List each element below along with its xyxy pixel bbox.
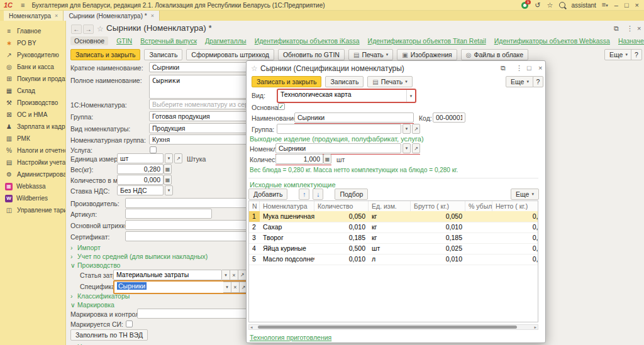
section-marking[interactable]: ∨Маркировка: [70, 301, 114, 309]
pick-button[interactable]: Подбор: [335, 189, 368, 200]
spec-group-open-icon[interactable]: ↗: [412, 124, 420, 134]
scroll-right-icon[interactable]: ▸: [534, 325, 536, 330]
spec-kind-dropdown-icon[interactable]: ▾: [406, 90, 415, 102]
back-button[interactable]: ←: [71, 25, 82, 34]
sidebar-item-webkassa[interactable]: ▦Webkassa: [0, 180, 65, 192]
output-qty-input[interactable]: [275, 154, 323, 164]
section-production[interactable]: ∨Производство: [70, 261, 120, 269]
sidebar-item-wildberries[interactable]: WWildberries: [0, 192, 65, 204]
cell-loss-percent[interactable]: [465, 211, 492, 222]
form-more-button[interactable]: Еще▾: [604, 49, 633, 60]
cell-net[interactable]: 0,025: [492, 243, 538, 254]
add-row-button[interactable]: Добавить: [248, 189, 287, 200]
sidebar-item-purchases-sales[interactable]: ⊞Покупки и продажи: [0, 73, 65, 85]
output-nomenclature-combo[interactable]: [275, 143, 401, 153]
vat-combo[interactable]: [117, 185, 164, 195]
sidebar-item-rmk[interactable]: ▥РМК: [0, 133, 65, 145]
cell-nomenclature[interactable]: Яйца куриные: [260, 243, 314, 254]
cell-gross[interactable]: 0,010: [411, 254, 465, 265]
output-qty-calc-icon[interactable]: ▦: [323, 154, 331, 164]
dialog-favorite-star-icon[interactable]: ☆: [251, 64, 258, 73]
service-checkbox[interactable]: [150, 146, 157, 153]
cell-nomenclature[interactable]: Масло подсолнечное: [260, 254, 314, 265]
sidebar-item-manager[interactable]: ↗Руководителю: [0, 49, 65, 61]
nav-ikassa-ids[interactable]: Идентификаторы объектов iKassa: [255, 37, 360, 45]
scrollbar-thumb[interactable]: [258, 326, 517, 329]
cell-net[interactable]: 0,010: [492, 222, 538, 233]
output-nomenclature-open-icon[interactable]: ↗: [412, 143, 420, 153]
close-form-icon[interactable]: ×: [637, 25, 641, 32]
cell-unit[interactable]: кг: [369, 222, 411, 233]
qty-in-place-input[interactable]: [117, 175, 164, 185]
cell-quantity[interactable]: 0,010: [314, 254, 369, 265]
spec-main-checkbox[interactable]: ✓: [278, 103, 285, 110]
components-table[interactable]: N Номенклатура Количество Ед. изм. Брутт…: [248, 200, 538, 322]
cell-gross[interactable]: 0,025: [411, 243, 465, 254]
table-row[interactable]: 3 Творог 0,185 кг 0,185 0,185: [249, 233, 538, 244]
cell-quantity[interactable]: 0,500: [314, 243, 369, 254]
move-down-button[interactable]: ↓: [313, 189, 323, 200]
components-more-button[interactable]: Еще▾: [511, 189, 539, 200]
cell-unit[interactable]: кг: [369, 211, 411, 222]
more-icon[interactable]: ⋮: [626, 25, 633, 33]
cell-net[interactable]: 0,185: [492, 233, 538, 243]
tab-syrniki[interactable]: Сырники (Номенклатура) * ×: [64, 11, 160, 21]
search-icon[interactable]: [559, 2, 565, 8]
table-row[interactable]: 4 Яйца куриные 0,500 шт 0,025 0,025: [249, 243, 538, 255]
cell-nomenclature[interactable]: Творог: [260, 233, 314, 243]
cell-loss-percent[interactable]: [465, 243, 492, 254]
specification-clear-icon[interactable]: ×: [231, 282, 240, 293]
dialog-print-button[interactable]: ▤Печать▾: [367, 76, 412, 87]
service-menu-icon[interactable]: ≡▾: [602, 0, 608, 10]
sidebar-item-accounting-settings[interactable]: ▤Настройки учета: [0, 156, 65, 168]
specification-combo[interactable]: Сырники ▾ × ↗: [113, 280, 249, 294]
restore-button[interactable]: □: [625, 1, 629, 10]
cell-unit[interactable]: кг: [369, 233, 411, 243]
user-name[interactable]: assistant: [571, 2, 596, 9]
spec-name-input[interactable]: [294, 112, 414, 123]
tab-close-icon[interactable]: ×: [55, 13, 58, 19]
marked-si-checkbox[interactable]: [126, 320, 133, 327]
unit-dropdown-icon[interactable]: ▾: [165, 153, 173, 163]
dialog-more-icon[interactable]: ⋮: [516, 64, 523, 72]
scroll-left-icon[interactable]: ◂: [250, 325, 253, 330]
dialog-close-icon[interactable]: ×: [538, 64, 542, 72]
cell-quantity[interactable]: 0,010: [314, 222, 369, 233]
cell-quantity[interactable]: 0,185: [314, 233, 369, 243]
cell-loss-percent[interactable]: [465, 233, 492, 243]
forward-button[interactable]: →: [83, 25, 94, 34]
vat-dropdown-icon[interactable]: ▾: [165, 185, 173, 195]
table-row[interactable]: 1 Мука пшеничная 0,050 кг 0,050 0,050: [249, 211, 538, 222]
history-icon[interactable]: ↺: [535, 1, 540, 10]
images-button[interactable]: ▣Изображения: [397, 49, 457, 60]
qty-in-place-calc-icon[interactable]: ▦: [164, 175, 172, 185]
section-import[interactable]: ›Импорт: [70, 244, 101, 251]
favorite-star-icon[interactable]: ☆: [97, 25, 104, 33]
fill-tnved-button[interactable]: Заполнить по ТН ВЭД: [70, 329, 148, 341]
specification-dropdown-icon[interactable]: ▾: [223, 282, 231, 293]
spec-group-combo[interactable]: [277, 124, 401, 134]
weight-input[interactable]: [117, 164, 164, 174]
dialog-save-button[interactable]: Записать: [325, 76, 364, 87]
sidebar-item-production[interactable]: ⚒Производство: [0, 97, 65, 109]
sidebar-item-main[interactable]: ≡Главное: [0, 25, 65, 37]
section-classifiers[interactable]: ›Классификаторы: [70, 292, 130, 300]
form-help-button[interactable]: ?: [631, 49, 642, 60]
weight-calc-icon[interactable]: ▦: [164, 164, 172, 174]
sidebar-item-warehouse[interactable]: ▦Склад: [0, 85, 65, 97]
nav-gtin[interactable]: GTIN: [116, 37, 132, 45]
tab-nomenclature[interactable]: Номенклатура ×: [4, 11, 64, 21]
main-menu-icon[interactable]: ≡: [21, 1, 25, 10]
nav-usage[interactable]: Назначения использования: [618, 37, 644, 45]
nav-precious-metals[interactable]: Драгметаллы: [205, 37, 247, 45]
save-button[interactable]: Записать: [144, 49, 182, 60]
nav-counter-output[interactable]: Встречный выпуск: [140, 37, 197, 45]
nav-titan-retail-ids[interactable]: Идентификаторы объектов Titan Retail: [368, 37, 486, 45]
sidebar-item-tariff[interactable]: ◫Управление тарифом: [0, 204, 65, 216]
cost-item-combo[interactable]: Материальные затраты ▾ × ↗: [113, 270, 247, 280]
update-gtin-button[interactable]: Обновить по GTIN: [278, 49, 345, 60]
output-nomenclature-dropdown-icon[interactable]: ▾: [402, 143, 411, 153]
print-button[interactable]: ▤Печать▾: [348, 49, 393, 60]
tab-close-icon[interactable]: ×: [151, 13, 154, 19]
nav-webkassa-ids[interactable]: Идентификаторы объектов Webkassa: [494, 37, 610, 45]
